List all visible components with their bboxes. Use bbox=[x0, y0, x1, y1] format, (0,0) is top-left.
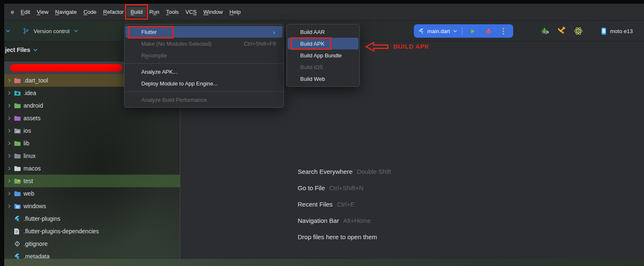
menu-item-shortcut: Ctrl+Shift+F9 bbox=[244, 41, 276, 47]
menu-item-refactor[interactable]: Refactor bbox=[100, 7, 127, 17]
folder-icon bbox=[14, 165, 21, 172]
tree-item-macos[interactable]: macos bbox=[4, 162, 180, 175]
device-phone-icon[interactable] bbox=[601, 27, 607, 35]
expand-chevron-icon[interactable] bbox=[7, 153, 12, 158]
tree-item-gitignore[interactable]: .gitignore bbox=[4, 238, 180, 250]
run-config-name[interactable]: main.dart bbox=[427, 28, 450, 34]
chevron-slot bbox=[7, 166, 12, 171]
tree-item-label: windows bbox=[23, 203, 46, 209]
expand-chevron-icon[interactable] bbox=[7, 128, 12, 133]
menu-item-label: Build iOS bbox=[300, 64, 323, 70]
menu-item-help[interactable]: Help bbox=[226, 7, 244, 17]
submenu-arrow-icon: › bbox=[273, 29, 275, 35]
annotation-arrow-icon bbox=[365, 41, 389, 52]
run-configuration-widget[interactable]: main.dart bbox=[414, 24, 513, 38]
flutter-submenu-popup: Build AARBuild APKBuild App BundleBuild … bbox=[286, 24, 360, 87]
build-menu-item-make-no-modules-selected[interactable]: Make (No Modules Selected)Ctrl+Shift+F9 bbox=[125, 38, 283, 49]
menu-item-label: Recompile bbox=[141, 52, 167, 59]
build-menu-item-recompile[interactable]: Recompile bbox=[125, 49, 283, 61]
flutter-submenu-item-build-apk[interactable]: Build APK bbox=[288, 38, 358, 49]
tree-item-flutter-plugins[interactable]: .flutter-plugins bbox=[4, 212, 180, 225]
shortcut-action-label: Recent Files bbox=[298, 201, 332, 208]
tree-item-linux[interactable]: linux bbox=[4, 150, 180, 162]
flutter-devtools-icon[interactable] bbox=[574, 26, 583, 36]
flutter-submenu-item-build-aar[interactable]: Build AAR bbox=[287, 26, 359, 38]
project-widget-chevron-icon[interactable] bbox=[5, 28, 11, 34]
expand-chevron-icon[interactable] bbox=[7, 141, 12, 146]
run-button[interactable] bbox=[470, 28, 476, 34]
chevron-slot bbox=[7, 78, 12, 83]
debug-button[interactable] bbox=[486, 28, 492, 34]
menu-item-vcs[interactable]: VCS bbox=[182, 7, 200, 17]
build-menu-popup: Flutter›Make (No Modules Selected)Ctrl+S… bbox=[124, 24, 284, 108]
menu-item-tools[interactable]: Tools bbox=[163, 7, 182, 17]
toolbar-left: Version control bbox=[5, 24, 78, 38]
version-control-label[interactable]: Version control bbox=[34, 28, 70, 34]
shortcut-hint-row: Go to FileCtrl+Shift+N bbox=[298, 184, 391, 194]
menu-item-run[interactable]: Run bbox=[146, 7, 163, 17]
tree-item-label: .gitignore bbox=[23, 240, 48, 247]
expand-chevron-icon[interactable] bbox=[7, 103, 12, 108]
expand-chevron-icon[interactable] bbox=[7, 90, 12, 96]
tree-item-label: ios bbox=[23, 127, 31, 134]
menu-item-code[interactable]: Code bbox=[80, 7, 100, 17]
folder-icon bbox=[14, 178, 21, 184]
device-selector-label[interactable]: moto e13 bbox=[610, 28, 633, 34]
tree-item-label: .metadata bbox=[23, 253, 49, 259]
chevron-slot bbox=[7, 141, 12, 146]
project-view-chevron-icon[interactable] bbox=[33, 47, 38, 53]
shortcut-keys: Ctrl+Shift+N bbox=[329, 184, 364, 191]
folder-icon bbox=[14, 115, 21, 121]
menu-item-view[interactable]: View bbox=[34, 7, 52, 17]
build-menu-item-flutter[interactable]: Flutter› bbox=[125, 26, 283, 38]
tree-item-test[interactable]: test bbox=[4, 175, 180, 187]
more-options-button[interactable] bbox=[502, 28, 504, 35]
ide-window: eEditViewNavigateCodeRefactorBuildRunToo… bbox=[4, 4, 644, 266]
shortcut-keys: Ctrl+E bbox=[337, 201, 354, 208]
chevron-slot bbox=[7, 90, 12, 96]
chevron-slot bbox=[7, 128, 12, 133]
tree-item-web[interactable]: web bbox=[4, 187, 180, 200]
build-menu-item-deploy-module-to-app-engine[interactable]: Deploy Module to App Engine... bbox=[125, 77, 283, 89]
tree-item-label: .dart_tool bbox=[23, 77, 48, 84]
tree-item-label: lib bbox=[23, 140, 29, 147]
drop-files-hint: Drop files here to open them bbox=[298, 233, 391, 240]
tree-item-ios[interactable]: iosios bbox=[4, 124, 180, 137]
project-view-title: ject Files bbox=[5, 46, 30, 53]
editor-shortcuts: Search EverywhereDouble ShiftGo to FileC… bbox=[298, 168, 391, 240]
tree-item-windows[interactable]: windows bbox=[4, 200, 180, 212]
build-menu-item-analyze-build-performance[interactable]: Analyze Build Performance bbox=[125, 94, 283, 106]
version-control-chevron-icon[interactable] bbox=[73, 28, 78, 34]
menu-item-label: Deploy Module to App Engine... bbox=[141, 80, 218, 87]
flutter-submenu-item-build-web[interactable]: Build Web bbox=[287, 73, 359, 85]
menu-item-file-clipped[interactable]: e bbox=[8, 7, 17, 17]
menu-item-edit[interactable]: Edit bbox=[17, 7, 33, 17]
tree-item-assets[interactable]: assets bbox=[4, 112, 180, 124]
menu-item-label: Build Web bbox=[300, 76, 325, 82]
flutter-submenu-item-build-app-bundle[interactable]: Build App Bundle bbox=[287, 49, 359, 61]
flutter-attach-icon[interactable] bbox=[541, 27, 550, 35]
build-menu-item-analyze-apk[interactable]: Analyze APK... bbox=[125, 66, 283, 77]
tree-item-metadata[interactable]: .metadata bbox=[4, 250, 180, 259]
menu-item-label: Analyze Build Performance bbox=[141, 97, 207, 103]
menu-item-build[interactable]: Build bbox=[127, 7, 146, 17]
expand-chevron-icon[interactable] bbox=[7, 166, 12, 171]
flutter-submenu-item-build-ios[interactable]: Build iOS bbox=[287, 61, 359, 73]
chevron-slot bbox=[7, 191, 12, 196]
run-config-chevron-icon[interactable] bbox=[453, 29, 457, 34]
menu-item-window[interactable]: Window bbox=[200, 7, 226, 17]
menu-item-label: Build App Bundle bbox=[300, 52, 342, 59]
expand-chevron-icon[interactable] bbox=[7, 204, 12, 209]
menu-item-navigate[interactable]: Navigate bbox=[52, 7, 80, 17]
tree-item-lib[interactable]: lib bbox=[4, 137, 180, 150]
folder-icon bbox=[14, 102, 21, 109]
expand-chevron-icon[interactable] bbox=[7, 116, 12, 121]
build-tools-icon[interactable] bbox=[557, 27, 566, 35]
expand-chevron-icon[interactable] bbox=[7, 191, 12, 196]
shortcut-action-label: Go to File bbox=[298, 184, 325, 191]
expand-chevron-icon[interactable] bbox=[7, 78, 12, 83]
folder-icon: ios bbox=[14, 127, 21, 134]
expand-chevron-icon[interactable] bbox=[7, 178, 12, 183]
tree-item-flutter-plugins-dependencies[interactable]: .flutter-plugins-dependencies bbox=[4, 225, 180, 238]
annotation-label: BUILD APK bbox=[393, 43, 429, 50]
